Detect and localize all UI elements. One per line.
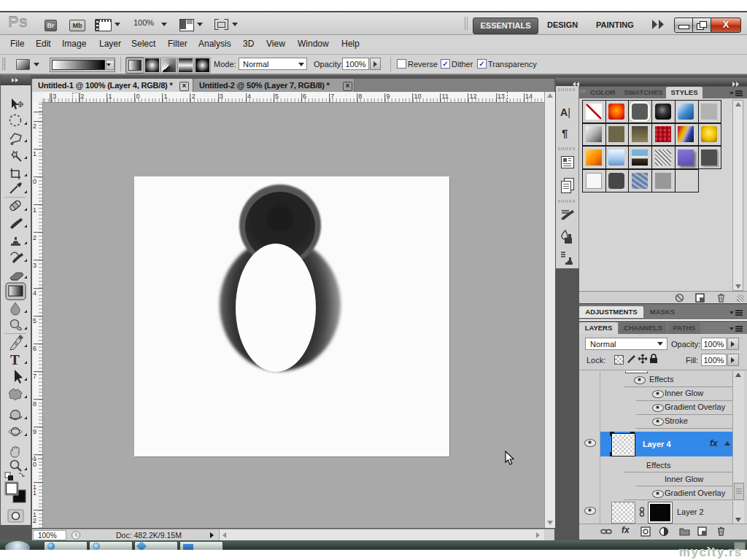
svg-text:T: T xyxy=(10,352,20,368)
